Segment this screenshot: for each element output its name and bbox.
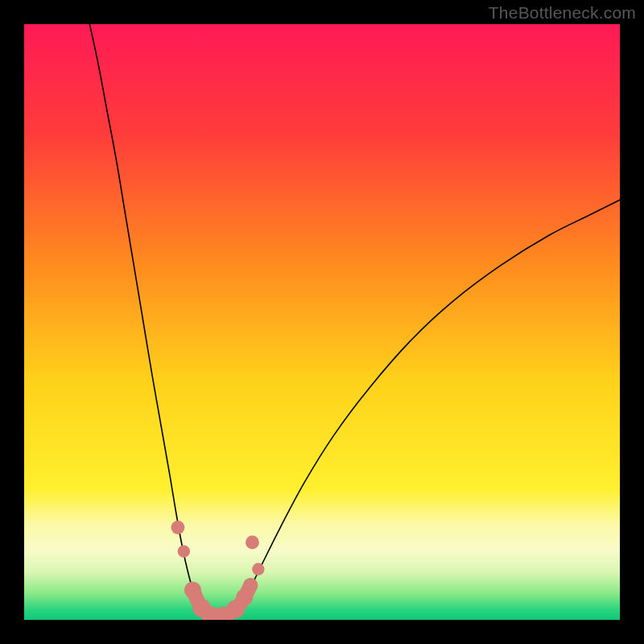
gradient-background (24, 24, 620, 620)
marker-dot (246, 535, 259, 549)
marker-dot (243, 578, 258, 592)
watermark-text: TheBottleneck.com (489, 3, 636, 23)
plot-area (24, 24, 620, 620)
marker-dot (252, 563, 264, 575)
chart-frame: TheBottleneck.com (0, 0, 644, 644)
marker-dot (184, 581, 201, 598)
marker-dot (171, 521, 184, 535)
marker-dot (178, 545, 190, 557)
chart-svg (24, 24, 620, 620)
